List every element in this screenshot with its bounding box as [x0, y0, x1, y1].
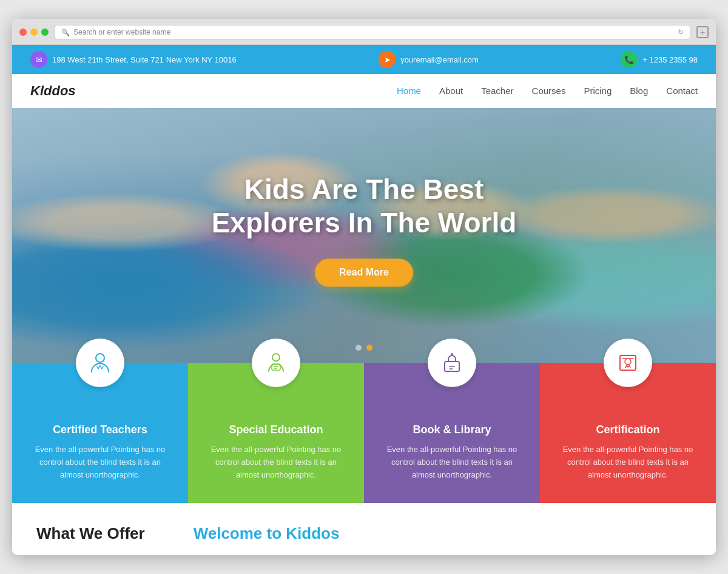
nav-item-blog[interactable]: Blog	[630, 86, 648, 96]
address-text: Search or enter website name	[73, 28, 674, 36]
svg-point-0	[96, 354, 104, 362]
nav-links: Home About Teacher Courses Pricing Blog …	[397, 86, 698, 96]
minimize-dot[interactable]	[30, 29, 38, 36]
phone-icon: 📞	[621, 51, 638, 68]
feature-text-certification: Even the all-powerful Pointing has no co…	[558, 444, 698, 481]
reload-icon[interactable]: ↻	[678, 28, 684, 36]
welcome-title: Welcome to Kiddos	[194, 524, 340, 543]
nav-link-contact[interactable]: Contact	[666, 86, 698, 96]
close-dot[interactable]	[19, 29, 27, 36]
address-text: 198 West 21th Street, Suite 721 New York…	[52, 55, 237, 64]
email-text: youremail@email.com	[400, 55, 479, 64]
feature-card-education: Special Education Even the all-powerful …	[188, 363, 364, 502]
nav-link-about[interactable]: About	[439, 86, 463, 96]
education-icon-circle	[252, 339, 300, 387]
feature-title-education: Special Education	[206, 424, 346, 436]
nav-item-contact[interactable]: Contact	[666, 86, 698, 96]
slider-dot-1[interactable]	[356, 345, 362, 351]
address-item: ✉ 198 West 21th Street, Suite 721 New Yo…	[30, 51, 237, 68]
address-bar[interactable]: 🔍 Search or enter website name ↻	[55, 25, 690, 39]
bottom-teaser: What We Offer Welcome to Kiddos	[12, 503, 716, 555]
hero-section: Kids Are The Best Explorers In The World…	[12, 108, 716, 363]
nav-link-pricing[interactable]: Pricing	[584, 86, 612, 96]
phone-item: 📞 + 1235 2355 98	[621, 51, 698, 68]
hero-read-more-button[interactable]: Read More	[315, 258, 413, 286]
feature-card-certification: Certification Even the all-powerful Poin…	[540, 363, 716, 502]
email-icon: ➤	[379, 51, 396, 68]
feature-text-teachers: Even the all-powerful Pointing has no co…	[30, 444, 170, 481]
browser-dots	[19, 29, 49, 36]
slider-dot-2[interactable]	[366, 345, 372, 351]
nav-item-pricing[interactable]: Pricing	[584, 86, 612, 96]
hero-slider-dots	[356, 345, 372, 351]
feature-title-certification: Certification	[558, 424, 698, 436]
what-we-offer-title: What We Offer	[36, 524, 145, 543]
top-info-bar: ✉ 198 West 21th Street, Suite 721 New Yo…	[12, 45, 716, 74]
new-tab-button[interactable]: +	[696, 26, 709, 38]
maximize-dot[interactable]	[41, 29, 49, 36]
nav-item-home[interactable]: Home	[397, 86, 421, 96]
navbar: Klddos Home About Teacher Courses Pricin…	[12, 74, 716, 108]
hero-content: Kids Are The Best Explorers In The World…	[152, 174, 576, 286]
feature-card-library: Book & Library Even the all-powerful Poi…	[364, 363, 540, 502]
svg-point-4	[451, 353, 453, 356]
nav-link-teacher[interactable]: Teacher	[481, 86, 513, 96]
logo[interactable]: Klddos	[30, 83, 76, 99]
nav-link-home[interactable]: Home	[397, 86, 421, 96]
location-icon: ✉	[30, 51, 47, 68]
feature-title-teachers: Certified Teachers	[30, 424, 170, 436]
nav-link-blog[interactable]: Blog	[630, 86, 648, 96]
hero-title-line2: Explorers In The World	[212, 208, 517, 239]
features-section: Certified Teachers Even the all-powerful…	[12, 363, 716, 502]
feature-title-library: Book & Library	[382, 424, 522, 436]
browser-window: 🔍 Search or enter website name ↻ + ✉ 198…	[12, 19, 716, 555]
library-icon	[440, 351, 464, 375]
svg-point-1	[272, 354, 280, 361]
search-icon: 🔍	[61, 29, 70, 36]
svg-point-6	[625, 359, 631, 365]
hero-title: Kids Are The Best Explorers In The World	[152, 174, 576, 240]
teacher-icon-circle	[76, 339, 124, 387]
nav-item-courses[interactable]: Courses	[532, 86, 566, 96]
library-icon-circle	[428, 339, 476, 387]
teacher-icon	[88, 351, 112, 375]
nav-item-teacher[interactable]: Teacher	[481, 86, 513, 96]
feature-card-teachers: Certified Teachers Even the all-powerful…	[12, 363, 188, 502]
phone-text: + 1235 2355 98	[642, 55, 698, 64]
svg-rect-5	[620, 356, 636, 370]
hero-title-line1: Kids Are The Best	[244, 174, 484, 206]
browser-chrome: 🔍 Search or enter website name ↻ +	[12, 19, 716, 45]
nav-item-about[interactable]: About	[439, 86, 463, 96]
certification-icon-circle	[604, 339, 652, 387]
feature-text-education: Even the all-powerful Pointing has no co…	[206, 444, 346, 481]
certification-icon	[616, 351, 640, 375]
email-item: ➤ youremail@email.com	[379, 51, 479, 68]
nav-link-courses[interactable]: Courses	[532, 86, 566, 96]
education-icon	[264, 351, 288, 375]
feature-text-library: Even the all-powerful Pointing has no co…	[382, 444, 522, 481]
